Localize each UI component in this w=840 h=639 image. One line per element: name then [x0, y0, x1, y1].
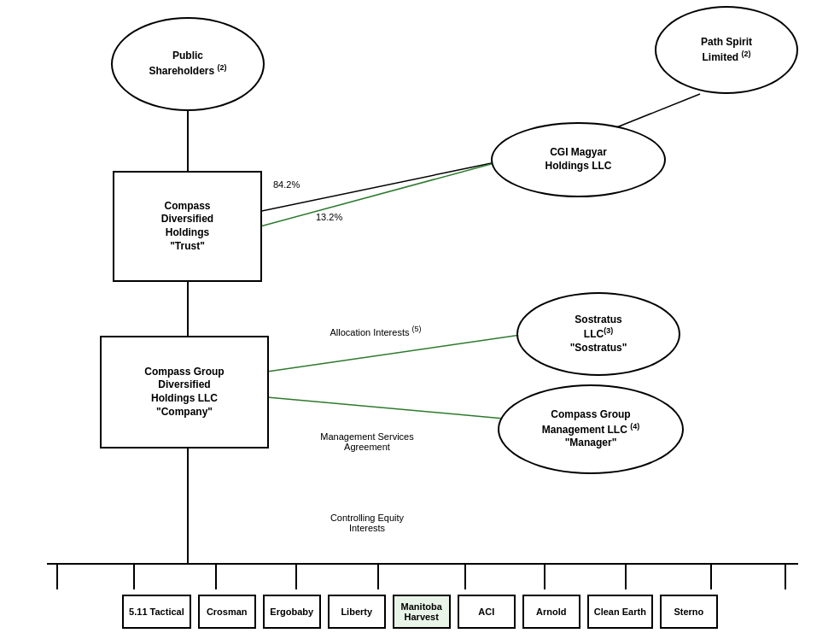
- allocation-interests-sup: (5): [412, 325, 422, 333]
- box-aci: ACI: [458, 595, 516, 629]
- box-ergobaby: Ergobaby: [263, 595, 321, 629]
- box-clean-earth: Clean Earth: [587, 595, 653, 629]
- sostratus-sup: (3): [604, 326, 613, 335]
- compass-trust-node: CompassDiversifiedHoldings"Trust": [113, 171, 262, 282]
- management-services-label: Management ServicesAgreement: [282, 431, 452, 452]
- path-spirit-label: Path SpiritLimited (2): [696, 32, 757, 67]
- public-shareholders-label: PublicShareholders (2): [143, 46, 231, 81]
- compass-manager-node: Compass GroupManagement LLC (4)"Manager": [498, 384, 684, 474]
- compass-trust-label: CompassDiversifiedHoldings"Trust": [156, 196, 219, 256]
- cgi-magyar-node: CGI MagyarHoldings LLC: [491, 122, 666, 197]
- cgi-magyar-label: CGI MagyarHoldings LLC: [540, 143, 617, 176]
- compass-manager-label: Compass GroupManagement LLC (4)"Manager": [537, 405, 645, 454]
- path-spirit-node: Path SpiritLimited (2): [655, 6, 798, 94]
- svg-line-2: [615, 94, 700, 128]
- sostratus-node: SostratusLLC(3)"Sostratus": [516, 292, 680, 376]
- compass-company-label: Compass GroupDiversifiedHoldings LLC"Com…: [139, 362, 229, 422]
- controlling-equity-label: Controlling EquityInterests: [282, 513, 452, 533]
- diagram: PublicShareholders (2) Path SpiritLimite…: [0, 0, 840, 639]
- bottom-boxes-container: 5.11 Tactical Crosman Ergobaby Liberty M…: [0, 595, 840, 629]
- box-crosman: Crosman: [198, 595, 256, 629]
- compass-manager-sup: (4): [630, 422, 639, 431]
- box-arnold: Arnold: [522, 595, 580, 629]
- box-511-tactical: 5.11 Tactical: [122, 595, 191, 629]
- sostratus-label: SostratusLLC(3)"Sostratus": [565, 310, 633, 359]
- pct-132-label: 13.2%: [316, 212, 342, 222]
- public-shareholders-sup: (2): [218, 63, 227, 72]
- svg-line-3: [260, 161, 504, 226]
- svg-line-5: [267, 335, 521, 372]
- public-shareholders-node: PublicShareholders (2): [111, 17, 265, 111]
- compass-company-node: Compass GroupDiversifiedHoldings LLC"Com…: [100, 336, 269, 448]
- pct-842-label: 84.2%: [273, 179, 300, 190]
- box-manitoba-harvest: ManitobaHarvest: [393, 595, 451, 629]
- box-liberty: Liberty: [328, 595, 386, 629]
- box-sterno: Sterno: [660, 595, 718, 629]
- allocation-interests-label: Allocation Interests (5): [290, 325, 461, 337]
- svg-line-6: [267, 397, 504, 419]
- path-spirit-sup: (2): [742, 50, 751, 58]
